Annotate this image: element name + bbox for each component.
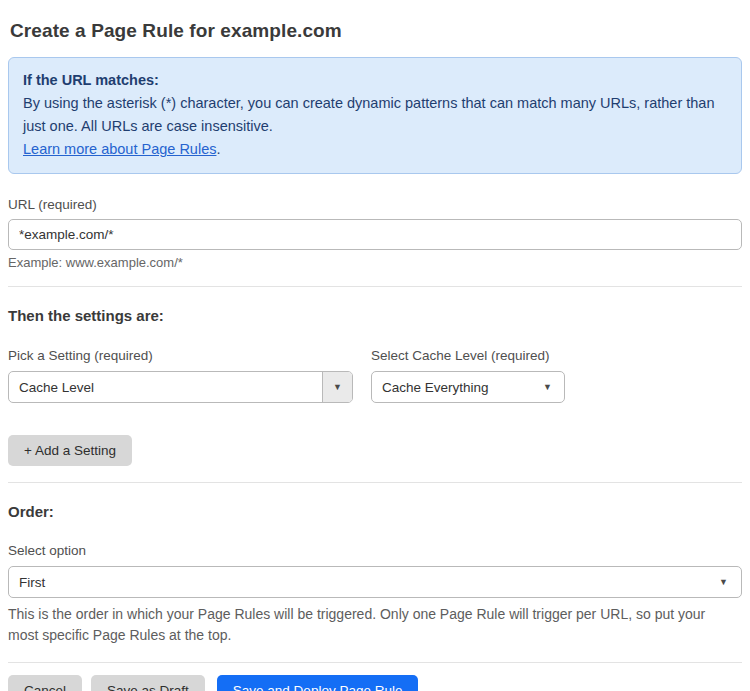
- page-title: Create a Page Rule for example.com: [10, 20, 740, 42]
- url-field-label: URL (required): [8, 197, 742, 212]
- setting-picker-label: Pick a Setting (required): [8, 348, 353, 363]
- cache-level-value: Cache Everything: [372, 380, 543, 395]
- url-field-helper: Example: www.example.com/*: [8, 255, 742, 270]
- page-rule-form: Create a Page Rule for example.com If th…: [0, 0, 750, 691]
- url-input[interactable]: [8, 219, 742, 250]
- settings-heading: Then the settings are:: [8, 307, 742, 324]
- order-helper-text: This is the order in which your Page Rul…: [8, 604, 732, 646]
- order-select-label: Select option: [8, 543, 742, 558]
- footer-buttons: Cancel Save as Draft Save and Deploy Pag…: [8, 675, 742, 691]
- info-box-heading: If the URL matches:: [23, 69, 727, 92]
- setting-picker-column: Pick a Setting (required) Cache Level ▼: [8, 348, 353, 403]
- link-suffix: .: [216, 141, 220, 157]
- info-box-body: By using the asterisk (*) character, you…: [23, 92, 727, 138]
- settings-row: Pick a Setting (required) Cache Level ▼ …: [8, 348, 742, 403]
- info-box-link-line: Learn more about Page Rules.: [23, 138, 727, 161]
- cache-level-select[interactable]: Cache Everything ▼: [371, 371, 565, 403]
- setting-picker-select[interactable]: Cache Level ▼: [8, 371, 353, 403]
- setting-picker-value: Cache Level: [9, 380, 322, 395]
- order-select[interactable]: First ▼: [8, 566, 742, 598]
- add-setting-button[interactable]: + Add a Setting: [8, 435, 132, 466]
- divider: [8, 286, 742, 287]
- add-setting-wrap: + Add a Setting: [8, 435, 742, 466]
- dropdown-arrow-icon: ▼: [543, 383, 552, 392]
- divider: [8, 482, 742, 483]
- save-and-deploy-button[interactable]: Save and Deploy Page Rule: [217, 675, 419, 691]
- order-select-value: First: [9, 575, 719, 590]
- order-heading: Order:: [8, 503, 742, 520]
- learn-more-link[interactable]: Learn more about Page Rules: [23, 141, 216, 157]
- divider: [8, 662, 742, 663]
- dropdown-arrow-box: ▼: [322, 372, 352, 402]
- dropdown-arrow-icon: ▼: [719, 578, 728, 587]
- dropdown-arrow-icon: ▼: [333, 383, 342, 392]
- cache-level-label: Select Cache Level (required): [371, 348, 565, 363]
- cancel-button[interactable]: Cancel: [8, 675, 82, 691]
- url-match-info-box: If the URL matches: By using the asteris…: [8, 57, 742, 174]
- cache-level-column: Select Cache Level (required) Cache Ever…: [371, 348, 565, 403]
- save-as-draft-button[interactable]: Save as Draft: [91, 675, 205, 691]
